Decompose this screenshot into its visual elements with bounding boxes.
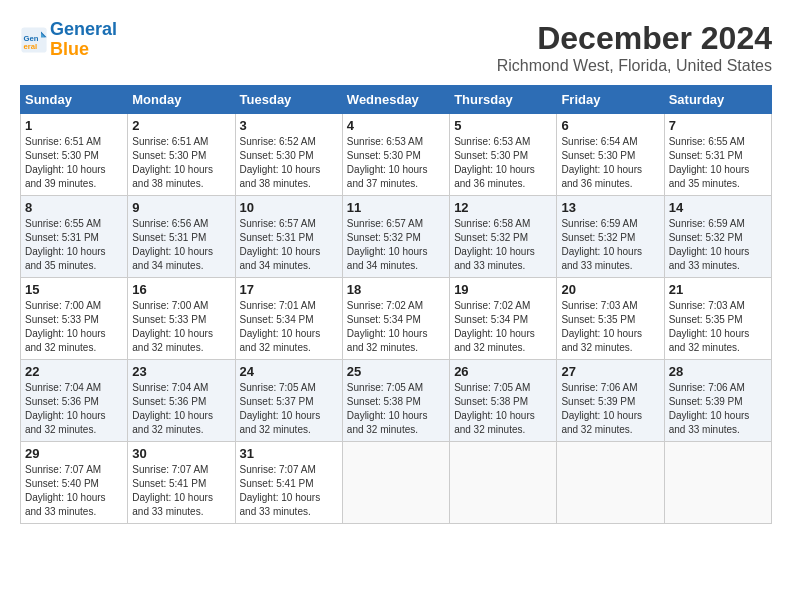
calendar-cell: 31Sunrise: 7:07 AMSunset: 5:41 PMDayligh…	[235, 442, 342, 524]
day-info: Sunrise: 6:58 AMSunset: 5:32 PMDaylight:…	[454, 217, 552, 273]
day-info: Sunrise: 7:00 AMSunset: 5:33 PMDaylight:…	[25, 299, 123, 355]
calendar-cell: 14Sunrise: 6:59 AMSunset: 5:32 PMDayligh…	[664, 196, 771, 278]
calendar-cell: 3Sunrise: 6:52 AMSunset: 5:30 PMDaylight…	[235, 114, 342, 196]
day-number: 17	[240, 282, 338, 297]
calendar-week-4: 22Sunrise: 7:04 AMSunset: 5:36 PMDayligh…	[21, 360, 772, 442]
column-header-thursday: Thursday	[450, 86, 557, 114]
day-number: 19	[454, 282, 552, 297]
day-info: Sunrise: 6:59 AMSunset: 5:32 PMDaylight:…	[669, 217, 767, 273]
day-info: Sunrise: 6:53 AMSunset: 5:30 PMDaylight:…	[454, 135, 552, 191]
calendar-cell: 20Sunrise: 7:03 AMSunset: 5:35 PMDayligh…	[557, 278, 664, 360]
day-number: 24	[240, 364, 338, 379]
calendar-week-2: 8Sunrise: 6:55 AMSunset: 5:31 PMDaylight…	[21, 196, 772, 278]
day-info: Sunrise: 6:55 AMSunset: 5:31 PMDaylight:…	[669, 135, 767, 191]
day-number: 2	[132, 118, 230, 133]
calendar-cell: 2Sunrise: 6:51 AMSunset: 5:30 PMDaylight…	[128, 114, 235, 196]
day-number: 11	[347, 200, 445, 215]
day-info: Sunrise: 7:02 AMSunset: 5:34 PMDaylight:…	[454, 299, 552, 355]
day-info: Sunrise: 6:52 AMSunset: 5:30 PMDaylight:…	[240, 135, 338, 191]
day-number: 22	[25, 364, 123, 379]
day-number: 7	[669, 118, 767, 133]
day-info: Sunrise: 6:57 AMSunset: 5:31 PMDaylight:…	[240, 217, 338, 273]
day-number: 4	[347, 118, 445, 133]
day-number: 6	[561, 118, 659, 133]
day-info: Sunrise: 6:56 AMSunset: 5:31 PMDaylight:…	[132, 217, 230, 273]
calendar-cell	[557, 442, 664, 524]
day-number: 29	[25, 446, 123, 461]
calendar-cell: 5Sunrise: 6:53 AMSunset: 5:30 PMDaylight…	[450, 114, 557, 196]
calendar-cell: 25Sunrise: 7:05 AMSunset: 5:38 PMDayligh…	[342, 360, 449, 442]
calendar-cell: 1Sunrise: 6:51 AMSunset: 5:30 PMDaylight…	[21, 114, 128, 196]
day-info: Sunrise: 6:51 AMSunset: 5:30 PMDaylight:…	[25, 135, 123, 191]
day-number: 26	[454, 364, 552, 379]
day-number: 5	[454, 118, 552, 133]
calendar-cell: 6Sunrise: 6:54 AMSunset: 5:30 PMDaylight…	[557, 114, 664, 196]
column-header-tuesday: Tuesday	[235, 86, 342, 114]
calendar-cell: 13Sunrise: 6:59 AMSunset: 5:32 PMDayligh…	[557, 196, 664, 278]
calendar-cell: 7Sunrise: 6:55 AMSunset: 5:31 PMDaylight…	[664, 114, 771, 196]
day-info: Sunrise: 7:02 AMSunset: 5:34 PMDaylight:…	[347, 299, 445, 355]
column-header-saturday: Saturday	[664, 86, 771, 114]
calendar-cell	[450, 442, 557, 524]
day-number: 18	[347, 282, 445, 297]
day-number: 10	[240, 200, 338, 215]
calendar-cell: 9Sunrise: 6:56 AMSunset: 5:31 PMDaylight…	[128, 196, 235, 278]
header: Gen eral General Blue December 2024 Rich…	[20, 20, 772, 75]
calendar-table: SundayMondayTuesdayWednesdayThursdayFrid…	[20, 85, 772, 524]
day-number: 31	[240, 446, 338, 461]
column-header-monday: Monday	[128, 86, 235, 114]
logo: Gen eral General Blue	[20, 20, 117, 60]
calendar-week-5: 29Sunrise: 7:07 AMSunset: 5:40 PMDayligh…	[21, 442, 772, 524]
calendar-cell: 15Sunrise: 7:00 AMSunset: 5:33 PMDayligh…	[21, 278, 128, 360]
calendar-week-3: 15Sunrise: 7:00 AMSunset: 5:33 PMDayligh…	[21, 278, 772, 360]
calendar-cell: 17Sunrise: 7:01 AMSunset: 5:34 PMDayligh…	[235, 278, 342, 360]
day-info: Sunrise: 7:03 AMSunset: 5:35 PMDaylight:…	[561, 299, 659, 355]
calendar-cell: 8Sunrise: 6:55 AMSunset: 5:31 PMDaylight…	[21, 196, 128, 278]
title-area: December 2024 Richmond West, Florida, Un…	[497, 20, 772, 75]
column-header-sunday: Sunday	[21, 86, 128, 114]
calendar-header-row: SundayMondayTuesdayWednesdayThursdayFrid…	[21, 86, 772, 114]
calendar-week-1: 1Sunrise: 6:51 AMSunset: 5:30 PMDaylight…	[21, 114, 772, 196]
logo-icon: Gen eral	[20, 26, 48, 54]
day-info: Sunrise: 6:54 AMSunset: 5:30 PMDaylight:…	[561, 135, 659, 191]
day-info: Sunrise: 7:05 AMSunset: 5:38 PMDaylight:…	[347, 381, 445, 437]
calendar-cell	[664, 442, 771, 524]
day-info: Sunrise: 6:55 AMSunset: 5:31 PMDaylight:…	[25, 217, 123, 273]
day-number: 20	[561, 282, 659, 297]
day-info: Sunrise: 7:00 AMSunset: 5:33 PMDaylight:…	[132, 299, 230, 355]
calendar-cell: 16Sunrise: 7:00 AMSunset: 5:33 PMDayligh…	[128, 278, 235, 360]
calendar-cell: 29Sunrise: 7:07 AMSunset: 5:40 PMDayligh…	[21, 442, 128, 524]
calendar-cell: 22Sunrise: 7:04 AMSunset: 5:36 PMDayligh…	[21, 360, 128, 442]
calendar-cell: 23Sunrise: 7:04 AMSunset: 5:36 PMDayligh…	[128, 360, 235, 442]
day-info: Sunrise: 7:03 AMSunset: 5:35 PMDaylight:…	[669, 299, 767, 355]
location-title: Richmond West, Florida, United States	[497, 57, 772, 75]
day-info: Sunrise: 7:07 AMSunset: 5:40 PMDaylight:…	[25, 463, 123, 519]
day-info: Sunrise: 6:59 AMSunset: 5:32 PMDaylight:…	[561, 217, 659, 273]
day-number: 9	[132, 200, 230, 215]
day-number: 15	[25, 282, 123, 297]
day-number: 30	[132, 446, 230, 461]
calendar-cell	[342, 442, 449, 524]
day-info: Sunrise: 7:01 AMSunset: 5:34 PMDaylight:…	[240, 299, 338, 355]
day-number: 28	[669, 364, 767, 379]
day-info: Sunrise: 7:06 AMSunset: 5:39 PMDaylight:…	[669, 381, 767, 437]
calendar-cell: 26Sunrise: 7:05 AMSunset: 5:38 PMDayligh…	[450, 360, 557, 442]
day-number: 27	[561, 364, 659, 379]
day-info: Sunrise: 7:04 AMSunset: 5:36 PMDaylight:…	[25, 381, 123, 437]
day-number: 23	[132, 364, 230, 379]
calendar-cell: 28Sunrise: 7:06 AMSunset: 5:39 PMDayligh…	[664, 360, 771, 442]
svg-text:eral: eral	[24, 42, 38, 51]
calendar-cell: 18Sunrise: 7:02 AMSunset: 5:34 PMDayligh…	[342, 278, 449, 360]
calendar-cell: 12Sunrise: 6:58 AMSunset: 5:32 PMDayligh…	[450, 196, 557, 278]
calendar-cell: 4Sunrise: 6:53 AMSunset: 5:30 PMDaylight…	[342, 114, 449, 196]
day-number: 25	[347, 364, 445, 379]
day-number: 3	[240, 118, 338, 133]
day-info: Sunrise: 7:07 AMSunset: 5:41 PMDaylight:…	[132, 463, 230, 519]
day-number: 12	[454, 200, 552, 215]
day-info: Sunrise: 7:05 AMSunset: 5:37 PMDaylight:…	[240, 381, 338, 437]
day-info: Sunrise: 7:05 AMSunset: 5:38 PMDaylight:…	[454, 381, 552, 437]
day-number: 14	[669, 200, 767, 215]
day-number: 16	[132, 282, 230, 297]
column-header-wednesday: Wednesday	[342, 86, 449, 114]
day-number: 21	[669, 282, 767, 297]
